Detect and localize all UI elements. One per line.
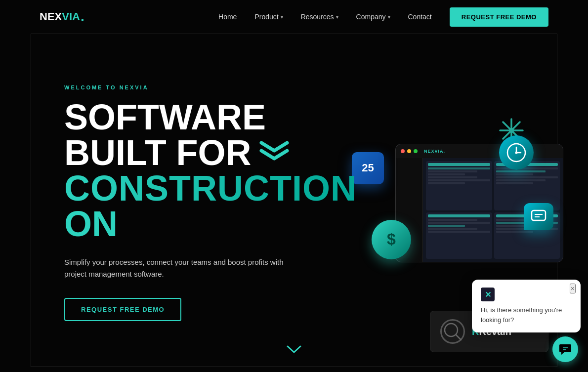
nav-links: Home Product ▾ Resources ▾ Company ▾ Con…: [218, 7, 548, 27]
headline-line2: BUILT FOR: [64, 135, 357, 170]
svg-point-4: [509, 128, 514, 133]
svg-point-8: [515, 151, 518, 154]
nav-link-product[interactable]: Product ▾: [254, 13, 283, 21]
dash-row-10: [496, 176, 558, 178]
logo-period: .: [81, 9, 84, 25]
dash-row-5: [428, 179, 490, 181]
chat-button-icon: [559, 343, 572, 356]
dash-row-16: [428, 228, 477, 230]
float-chat-bubble-icon: [524, 203, 553, 230]
dash-card-header-3: [428, 214, 490, 217]
dashboard-brand-tag: NEXVIA.: [424, 149, 445, 154]
dash-row-13: [428, 219, 477, 221]
border-bottom: [31, 367, 557, 367]
hero-cta-button[interactable]: REQUEST FREE DEMO: [64, 298, 181, 321]
nav-link-contact[interactable]: Contact: [408, 13, 432, 21]
hero-left: WELCOME TO NEXVIA SOFTWARE BUILT FOR CON…: [64, 84, 357, 321]
logo-nex: N: [40, 10, 47, 23]
clock-svg: [506, 142, 527, 163]
nav-item-home[interactable]: Home: [218, 13, 237, 21]
chat-popup-message: Hi, is there something you're looking fo…: [481, 305, 572, 325]
nav-link-resources[interactable]: Resources ▾: [301, 13, 338, 21]
hero-cta-label: REQUEST FREE DEMO: [81, 306, 165, 313]
nav-home-label: Home: [218, 13, 237, 21]
dash-row-2: [428, 170, 477, 172]
dash-row-8: [496, 170, 546, 172]
dash-row-9: [496, 173, 533, 175]
nav-cta-label: REQUEST FREE DEMO: [462, 13, 537, 21]
nav-cta-item[interactable]: REQUEST FREE DEMO: [450, 7, 548, 27]
dash-row-14: [428, 222, 490, 224]
dash-card-1: [426, 161, 492, 210]
on-text: ON: [64, 206, 357, 242]
dashboard-header: NEXVIA.: [396, 144, 563, 158]
nav-product-label: Product: [254, 13, 278, 21]
nexvia-x-icon: ✕: [481, 288, 495, 301]
border-left: [31, 34, 31, 367]
svg-point-12: [445, 324, 458, 336]
nav-link-company[interactable]: Company ▾: [356, 13, 390, 21]
window-maximize-dot: [414, 149, 418, 153]
dash-row-3: [428, 173, 465, 175]
chevron-stack-icon: [259, 141, 289, 165]
navbar: N E X V I A . Home Product ▾ Resources ▾: [0, 0, 588, 34]
logo-x: X: [55, 10, 62, 23]
headline-line3: CONSTRUCTION: [64, 170, 357, 206]
dash-card-3: [426, 212, 492, 259]
chat-popup-logo: ✕: [481, 288, 572, 301]
scroll-arrow-svg: [287, 344, 301, 354]
search-q-svg: [443, 322, 462, 341]
float-clock-icon: [499, 135, 534, 170]
nav-contact-label: Contact: [408, 13, 432, 21]
dash-row-1: [428, 167, 490, 169]
construction-text: CONSTRUCTION: [64, 168, 357, 208]
product-chevron-icon: ▾: [281, 14, 283, 20]
dash-row-17: [428, 231, 490, 233]
logo-v: V: [62, 10, 69, 23]
svg-line-13: [456, 335, 461, 340]
chat-popup: × ✕ Hi, is there something you're lookin…: [472, 280, 581, 332]
float-coin-icon: $: [372, 220, 411, 259]
nav-cta-button[interactable]: REQUEST FREE DEMO: [450, 7, 548, 27]
dash-row-4: [428, 176, 477, 178]
border-top: [31, 34, 557, 34]
hero-description: Simplify your processes, connect your te…: [64, 256, 301, 280]
headline-line1: SOFTWARE: [64, 99, 357, 135]
dash-row-6: [428, 182, 465, 184]
dash-row-15: [428, 225, 465, 227]
logo-e: E: [47, 10, 55, 23]
dash-row-12: [496, 182, 533, 184]
nav-company-label: Company: [356, 13, 386, 21]
resources-chevron-icon: ▾: [336, 14, 338, 20]
company-chevron-icon: ▾: [388, 14, 390, 20]
dollar-sign-icon: $: [387, 230, 396, 248]
dash-row-22: [496, 231, 533, 233]
nav-resources-label: Resources: [301, 13, 334, 21]
scroll-down-arrow[interactable]: [287, 343, 301, 357]
nav-item-company[interactable]: Company ▾: [356, 13, 390, 21]
chat-popup-close-button[interactable]: ×: [570, 284, 576, 293]
logo-a: A: [72, 10, 80, 23]
chat-icon-svg: [531, 209, 546, 223]
dash-card-header-1: [428, 163, 490, 166]
nav-link-home[interactable]: Home: [218, 13, 237, 21]
chat-open-button[interactable]: [552, 336, 578, 362]
hero-headline: SOFTWARE BUILT FOR CONSTRUCTION ON: [64, 99, 357, 242]
revain-logo: [440, 319, 465, 344]
window-minimize-dot: [407, 149, 411, 153]
welcome-label: WELCOME TO NEXVIA: [64, 84, 357, 90]
dash-row-11: [496, 179, 546, 181]
nav-item-product[interactable]: Product ▾: [254, 13, 283, 21]
calendar-number: 25: [362, 163, 374, 173]
window-close-dot: [401, 149, 405, 153]
nav-item-contact[interactable]: Contact: [408, 13, 432, 21]
nav-item-resources[interactable]: Resources ▾: [301, 13, 338, 21]
logo[interactable]: N E X V I A .: [40, 9, 84, 25]
svg-rect-9: [532, 210, 546, 220]
built-for-text: BUILT FOR: [64, 135, 252, 170]
revain-q-icon: [440, 319, 465, 344]
